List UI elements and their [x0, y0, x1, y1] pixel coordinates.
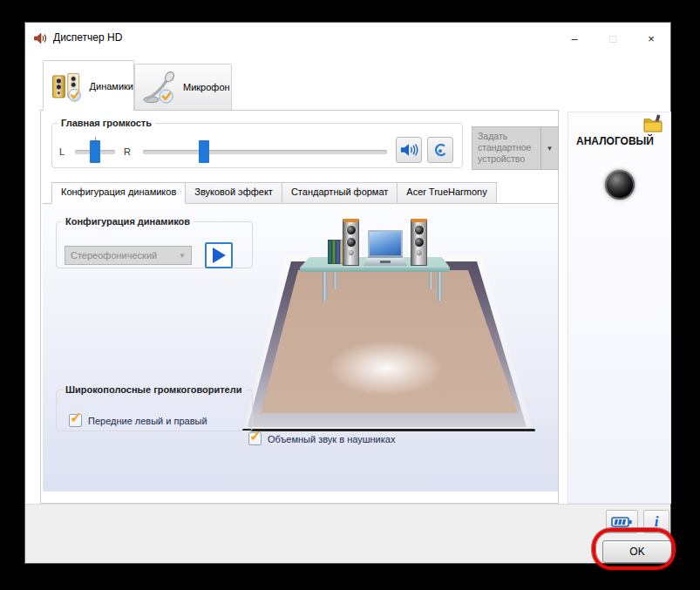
play-test-button[interactable]	[205, 242, 233, 268]
desk-leg	[323, 270, 327, 301]
balance-left-label: L	[59, 146, 65, 157]
books	[328, 240, 343, 264]
select-chevron-icon: ▼	[179, 252, 186, 260]
speaker-config-group-label: Конфигурация динамиков	[62, 216, 194, 227]
laptop-screen	[368, 230, 403, 258]
front-left-right-checkbox-row[interactable]: ✓ Передние левый и правый	[69, 414, 207, 427]
set-default-device-label: Задать стандартное устройство	[472, 127, 540, 169]
speaker-volume-icon	[399, 141, 418, 159]
ok-highlight-annotation	[592, 528, 676, 570]
front-left-right-label: Передние левый и правый	[88, 416, 207, 426]
speaker-configuration-content: Конфигурация динамиков Стереофонический …	[43, 203, 558, 492]
main-panel: Главная громкость L R	[40, 110, 559, 504]
window-controls: – □ ×	[555, 23, 670, 54]
volume-slider-track[interactable]	[143, 150, 387, 154]
titlebar[interactable]: Диспетчер HD – □ ×	[25, 23, 670, 54]
ear-button[interactable]	[427, 137, 453, 163]
window-title: Диспетчер HD	[53, 31, 122, 44]
connector-settings-button[interactable]	[641, 114, 665, 137]
tab-acer-trueharmony[interactable]: Acer TrueHarmony	[398, 182, 496, 204]
right-speaker[interactable]	[411, 219, 427, 266]
folder-settings-icon	[642, 114, 664, 135]
speaker-config-selected-option: Стереофонический	[71, 250, 157, 261]
tab-microphone-label: Микрофон	[183, 82, 230, 92]
minimize-button[interactable]: –	[555, 23, 594, 54]
front-left-right-checkbox[interactable]: ✓	[69, 414, 82, 427]
room-illustration	[242, 214, 535, 437]
tab-default-format[interactable]: Стандартный формат	[282, 182, 398, 204]
surround-headphones-label: Объемный звук в наушниках	[268, 434, 395, 444]
left-speaker[interactable]	[343, 219, 359, 266]
check-icon: ✓	[249, 427, 262, 445]
speaker-config-group: Конфигурация динамиков Стереофонический …	[56, 216, 253, 268]
set-default-device-button[interactable]: Задать стандартное устройство ▼	[472, 126, 559, 170]
connector-panel: АНАЛОГОВЫЙ	[567, 112, 671, 504]
fullrange-speakers-group: Широкополосные громкоговорители ✓ Передн…	[56, 384, 253, 431]
speaker-config-select[interactable]: Стереофонический ▼	[65, 246, 192, 265]
tab-microphone[interactable]: Микрофон	[134, 64, 232, 111]
footer-bar: i OK	[25, 504, 670, 563]
room-floor-line	[242, 429, 535, 431]
balance-right-label: R	[124, 146, 131, 157]
surround-headphones-checkbox[interactable]: ✓	[248, 432, 262, 445]
volume-slider[interactable]	[143, 140, 387, 163]
mute-button[interactable]	[396, 137, 422, 163]
speakers-icon	[51, 68, 85, 105]
volume-slider-thumb[interactable]	[199, 140, 209, 163]
tab-speakers-label: Динамики	[90, 81, 133, 92]
tab-speakers[interactable]: Динамики	[43, 60, 134, 111]
laptop-touchpad	[380, 261, 391, 263]
ear-icon	[432, 141, 449, 159]
desk-leg	[438, 270, 442, 301]
analog-jack[interactable]	[605, 170, 635, 200]
maximize-button: □	[594, 23, 632, 54]
master-volume-label: Главная громкость	[58, 118, 155, 128]
config-tab-strip: Конфигурация динамиков Звуковой эффект С…	[51, 182, 497, 204]
battery-icon	[611, 515, 633, 529]
microphone-icon	[142, 70, 179, 105]
close-button[interactable]: ×	[632, 23, 670, 54]
desk-front-edge	[300, 268, 450, 272]
master-volume-group: Главная громкость L R	[51, 118, 463, 168]
balance-slider[interactable]	[75, 140, 115, 163]
fullrange-group-label: Широкополосные громкоговорители	[62, 384, 246, 395]
play-icon	[213, 248, 226, 263]
tab-speaker-configuration[interactable]: Конфигурация динамиков	[51, 182, 186, 204]
screen-background: Диспетчер HD – □ ×	[0, 0, 700, 590]
tab-sound-effect[interactable]: Звуковой эффект	[186, 182, 282, 204]
hd-manager-window: Диспетчер HD – □ ×	[24, 22, 671, 564]
app-speaker-icon	[33, 31, 47, 45]
surround-headphones-checkbox-row[interactable]: ✓ Объемный звук в наушниках	[248, 432, 395, 445]
set-default-device-dropdown-arrow[interactable]: ▼	[540, 127, 558, 169]
connector-panel-title: АНАЛОГОВЫЙ	[576, 135, 654, 147]
balance-slider-thumb[interactable]	[90, 140, 100, 163]
check-icon: ✓	[70, 409, 82, 427]
